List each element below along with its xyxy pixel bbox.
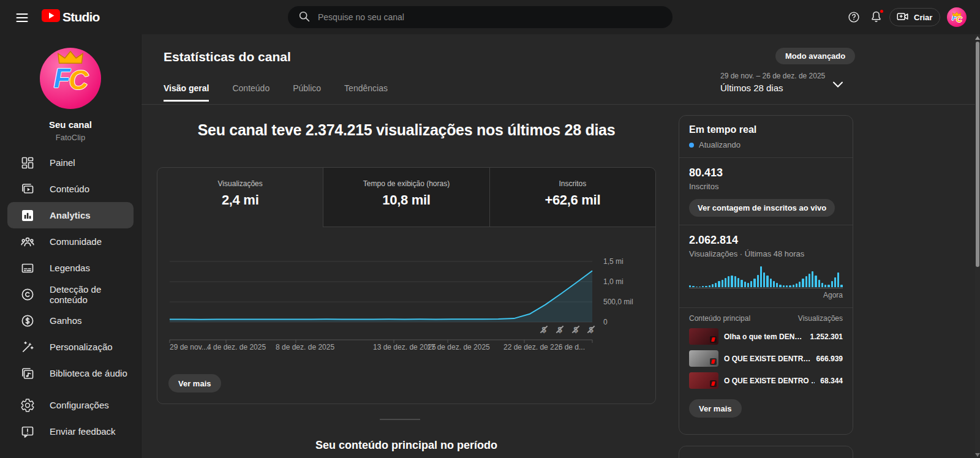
notifications-bell-icon[interactable] xyxy=(869,10,883,24)
views-column-header: Visualizações xyxy=(798,314,843,323)
metric-label: Inscritos xyxy=(490,179,655,188)
create-button[interactable]: Criar xyxy=(889,8,940,26)
scrollbar-thumb[interactable] xyxy=(976,42,979,267)
create-label: Criar xyxy=(914,13,932,22)
y-axis-tick-label: 0 xyxy=(603,318,608,326)
realtime-bar xyxy=(757,275,759,287)
sidebar-item-personalizacao[interactable]: Personalização xyxy=(0,334,141,360)
realtime-bar xyxy=(812,271,813,287)
realtime-bar xyxy=(753,279,755,287)
metric-tab-visualizacoes[interactable]: Visualizações 2,4 mi xyxy=(157,168,323,227)
avatar-letter-c: C xyxy=(69,67,88,94)
realtime-bar xyxy=(786,285,788,287)
top-content-row[interactable]: Olha o que tem DEN… 1.252.301 xyxy=(689,328,843,345)
sidebar-item-label: Biblioteca de áudio xyxy=(50,368,127,378)
limited-monetization-icon[interactable]: $ xyxy=(540,325,548,334)
search-input[interactable] xyxy=(318,12,668,22)
limited-monetization-icon[interactable]: $ xyxy=(556,325,564,334)
tab-conteúdo[interactable]: Conteúdo xyxy=(232,83,270,102)
realtime-bar xyxy=(827,285,829,287)
metric-tab-tempo-de-exibicao[interactable]: Tempo de exibição (horas) 10,8 mil xyxy=(323,168,489,227)
realtime-bar xyxy=(731,276,733,287)
divider xyxy=(679,225,853,225)
sidebar-item-deteccao-de-conteudo[interactable]: Detecção de conteúdo xyxy=(0,281,141,307)
limited-monetization-icon[interactable]: $ xyxy=(587,325,595,334)
sidebar-item-biblioteca-de-audio[interactable]: Biblioteca de áudio xyxy=(0,360,141,386)
sidebar-item-analytics[interactable]: Analytics xyxy=(7,202,134,228)
now-label: Agora xyxy=(689,291,843,299)
realtime-bar xyxy=(770,279,772,287)
realtime-bar xyxy=(818,280,820,287)
copyright-icon xyxy=(20,287,35,302)
top-content-row[interactable]: O QUE EXISTE DENTRO … 68.344 xyxy=(689,372,843,389)
tab-público[interactable]: Público xyxy=(293,83,321,102)
realtime-bar xyxy=(760,266,762,287)
tab-tendências[interactable]: Tendências xyxy=(344,83,388,102)
page-scrollbar[interactable] xyxy=(975,34,980,458)
youtube-studio-app: Studio Criar FC xyxy=(0,0,980,458)
divider xyxy=(679,307,853,308)
youtube-studio-logo[interactable]: Studio xyxy=(42,9,100,24)
sidebar-item-label: Ganhos xyxy=(50,315,82,326)
sidebar-item-legendas[interactable]: Legendas xyxy=(0,255,141,281)
scroll-up-arrow[interactable] xyxy=(975,36,980,40)
top-content-row[interactable]: O QUE EXISTE DENTR… 666.939 xyxy=(689,350,843,367)
x-axis-tick-label: 4 de dez. de 2025 xyxy=(207,343,266,351)
channel-handle: FatoClip xyxy=(0,133,141,142)
advanced-mode-button[interactable]: Modo avançado xyxy=(775,48,855,64)
realtime-bar xyxy=(702,286,704,287)
realtime-bar xyxy=(763,272,765,287)
help-icon[interactable] xyxy=(846,10,861,25)
sidebar-item-label: Detecção de conteúdo xyxy=(50,284,141,305)
realtime-bar xyxy=(779,285,781,287)
earnings-icon xyxy=(20,313,35,328)
sidebar-item-label: Comunidade xyxy=(50,236,102,247)
realtime-bar xyxy=(837,272,839,287)
create-video-icon xyxy=(896,10,910,25)
menu-icon[interactable] xyxy=(15,10,29,24)
updating-label: Atualizando xyxy=(699,140,741,149)
account-avatar[interactable]: FC xyxy=(947,7,967,27)
sidebar-item-conteudo[interactable]: Conteúdo xyxy=(0,176,141,202)
sidebar-item-label: Conteúdo xyxy=(50,184,89,194)
x-axis-tick-label: 17 de dez. de 2025 xyxy=(427,343,490,351)
date-range-picker[interactable]: 29 de nov. – 26 de dez. de 2025 Últimos … xyxy=(720,72,846,93)
metric-label: Visualizações xyxy=(157,179,323,188)
sidebar-item-label: Configurações xyxy=(50,400,109,410)
y-axis-tick-label: 1,0 mi xyxy=(603,277,624,286)
subtitles-icon xyxy=(20,261,35,276)
customization-icon xyxy=(20,340,35,355)
sidebar-item-comunidade[interactable]: Comunidade xyxy=(0,228,141,255)
realtime-bar xyxy=(734,276,736,287)
sidebar-item-enviar-feedback[interactable]: Enviar feedback xyxy=(0,418,141,445)
metric-value: +62,6 mil xyxy=(490,192,655,208)
realtime-bar xyxy=(831,281,833,287)
realtime-bar xyxy=(824,285,826,287)
metric-tab-inscritos[interactable]: Inscritos +62,6 mil xyxy=(490,168,655,227)
analytics-tabs: Visão geralConteúdoPúblicoTendências xyxy=(164,83,388,102)
video-thumbnail xyxy=(689,372,718,389)
realtime-bar xyxy=(712,284,714,287)
see-more-button[interactable]: Ver mais xyxy=(168,374,221,392)
realtime-see-more-button[interactable]: Ver mais xyxy=(689,399,742,418)
avatar-letter-f: F xyxy=(54,63,69,93)
sidebar-item-painel[interactable]: Painel xyxy=(0,149,141,176)
date-preset: Últimos 28 dias xyxy=(720,83,846,93)
limited-monetization-icon[interactable]: $ xyxy=(571,325,580,334)
realtime-bar xyxy=(750,281,752,287)
chevron-down-icon[interactable] xyxy=(832,80,843,87)
sidebar-item-label: Painel xyxy=(50,157,75,168)
search-icon xyxy=(298,10,311,25)
live-subscriber-count-button[interactable]: Ver contagem de inscritos ao vivo xyxy=(689,199,835,217)
tab-visão-geral[interactable]: Visão geral xyxy=(164,83,209,102)
y-axis-tick-label: 500,0 mil xyxy=(603,298,633,306)
video-thumbnail xyxy=(689,328,718,345)
realtime-bar xyxy=(709,285,710,287)
channel-avatar[interactable]: FC xyxy=(40,48,101,109)
divider xyxy=(679,157,853,158)
scroll-down-arrow[interactable] xyxy=(975,453,980,457)
sidebar-item-ganhos[interactable]: Ganhos xyxy=(0,307,141,334)
metric-label: Tempo de exibição (horas) xyxy=(323,179,489,188)
sidebar-item-configuracoes[interactable]: Configurações xyxy=(0,392,141,418)
search-bar[interactable] xyxy=(288,6,673,28)
